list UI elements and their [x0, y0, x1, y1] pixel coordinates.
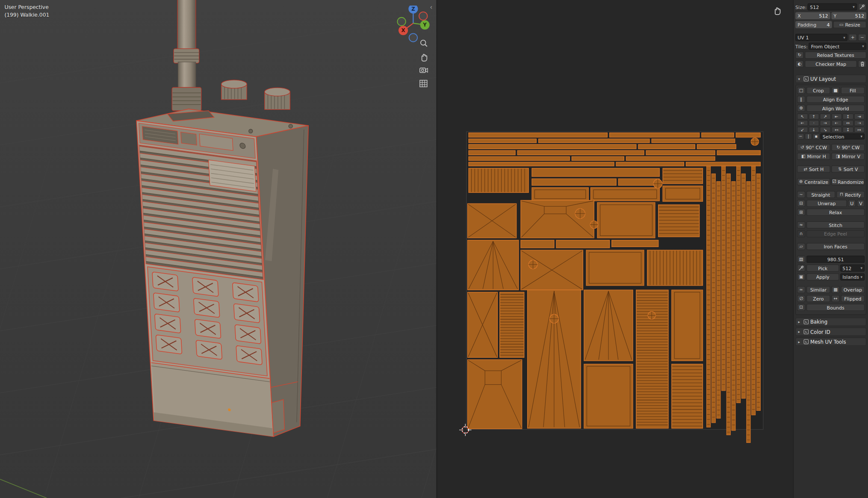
gizmo-x-neg-axis[interactable] — [419, 12, 427, 20]
align-world-button[interactable]: Align World — [806, 105, 865, 112]
iron-faces-icon-button[interactable]: ▱ — [797, 243, 805, 250]
unwrap-u-button[interactable]: U — [848, 200, 856, 207]
straight-icon-button[interactable]: ∼ — [797, 191, 805, 198]
color-id-panel-header[interactable]: ▸ Color ID — [795, 327, 866, 336]
uv-editor[interactable] — [437, 0, 793, 498]
align-grid-button-1-2[interactable]: → — [820, 120, 830, 126]
rotate-ccw-button[interactable]: ↺ 90° CCW — [797, 144, 830, 151]
unwrap-v-button[interactable]: V — [857, 200, 865, 207]
checker-map-button[interactable]: Checker Map — [805, 60, 857, 68]
gizmo-z-neg-axis[interactable] — [409, 33, 417, 41]
uv-layout-panel-header[interactable]: ▾ UV Layout — [795, 75, 866, 83]
size-x-field[interactable]: X 512 — [795, 12, 830, 19]
camera-icon[interactable] — [419, 65, 428, 75]
delete-checker-button[interactable] — [858, 60, 866, 68]
straight-button[interactable]: Straight — [806, 191, 835, 198]
align-grid-button-2-1[interactable]: ↓ — [809, 127, 819, 133]
gizmo-y-neg-axis[interactable] — [397, 18, 405, 26]
align-edge-button[interactable]: Align Edge — [806, 96, 865, 103]
iron-faces-button[interactable]: Iron Faces — [806, 243, 865, 250]
align-grid-button-0-1[interactable]: ↑ — [809, 113, 819, 119]
align-grid-button-2-4[interactable]: ↧ — [842, 127, 853, 133]
grid-ortho-icon[interactable] — [419, 79, 428, 88]
centralize-button[interactable]: ⊕ Centralize — [797, 178, 830, 186]
sort-h-button[interactable]: ⇄ Sort H — [797, 165, 830, 173]
checker-icon-button[interactable]: ◐ — [795, 60, 803, 68]
align-grid-button-1-1[interactable]: · — [809, 120, 819, 126]
crop-icon-button[interactable]: □ — [797, 87, 805, 94]
rectify-button[interactable]: ⊓ Rectify — [836, 191, 865, 198]
unwrap-icon-button[interactable]: ⊟ — [797, 200, 805, 207]
randomize-button[interactable]: ⚂ Randomize — [831, 178, 865, 186]
overlap-icon-button[interactable]: ▩ — [831, 286, 839, 293]
bounds-icon-button[interactable]: ⊡ — [797, 304, 805, 311]
similar-icon-button[interactable]: ≃ — [797, 286, 805, 293]
align-grid-button-2-2[interactable]: ↘ — [820, 127, 830, 133]
texel-icon-button[interactable]: ▤ — [797, 256, 805, 263]
uv-canvas[interactable] — [437, 0, 793, 498]
mirror-h-button[interactable]: ◧ Mirror H — [797, 153, 830, 160]
align-grid-button-2-5[interactable]: ↦ — [854, 127, 865, 133]
relax-icon-button[interactable]: ⊞ — [797, 209, 805, 216]
zero-icon-button[interactable]: ∅ — [797, 295, 805, 302]
align-grid-button-1-4[interactable]: ↔ — [842, 120, 853, 126]
align-grid-button-2-3[interactable]: ↤ — [831, 127, 842, 133]
select-similar-button[interactable]: Similar — [806, 286, 830, 293]
selection-mode-dropdown[interactable]: Selection ▾ — [820, 133, 865, 139]
apply-button[interactable]: Apply — [806, 273, 839, 280]
reload-icon-button[interactable]: ↻ — [795, 51, 803, 59]
stitch-icon-button[interactable]: ≈ — [797, 221, 805, 229]
unwrap-button[interactable]: Unwrap — [806, 200, 847, 207]
resize-button[interactable]: ▭ Resize — [833, 21, 866, 28]
size-eyedropper-button[interactable] — [858, 3, 866, 11]
pick-eyedropper-button[interactable] — [797, 265, 805, 272]
sort-v-button[interactable]: ⇅ Sort V — [831, 165, 865, 173]
reload-textures-button[interactable]: Reload Textures — [805, 51, 866, 59]
select-flipped-button[interactable]: Flipped — [841, 295, 865, 302]
pan-hand-icon[interactable] — [419, 52, 428, 62]
add-uv-map-button[interactable]: + — [849, 34, 857, 41]
align-grid-button-0-2[interactable]: ↗ — [820, 113, 830, 119]
mirror-v-button[interactable]: ◨ Mirror V — [831, 153, 865, 160]
align-grid-button-0-5[interactable]: ⇥ — [854, 113, 865, 119]
align-grid-button-0-0[interactable]: ↖ — [797, 113, 808, 119]
align-grid-button-1-3[interactable]: ⇠ — [831, 120, 842, 126]
sidebar-collapse-icon[interactable]: ‹ — [430, 3, 432, 11]
remove-uv-map-button[interactable]: − — [858, 34, 866, 41]
size-dropdown[interactable]: 512 ▾ — [808, 3, 857, 11]
crop-button[interactable]: Crop — [806, 87, 830, 94]
pick-size-dropdown[interactable]: 512 ▾ — [840, 265, 865, 272]
align-collapse-h-button[interactable]: − — [797, 133, 804, 139]
baking-panel-header[interactable]: ▸ Baking — [795, 318, 866, 326]
select-overlap-button[interactable]: Overlap — [841, 286, 865, 293]
align-grid-button-1-5[interactable]: ⇢ — [854, 120, 865, 126]
align-center-button[interactable]: ▪ — [812, 133, 820, 139]
texel-density-field[interactable]: 980.51 — [806, 256, 865, 263]
walkie-model[interactable] — [136, 0, 308, 436]
rotate-cw-button[interactable]: ↻ 90° CW — [831, 144, 865, 151]
pick-button[interactable]: Pick — [806, 265, 839, 272]
tiles-dropdown[interactable]: From Object ▾ — [809, 43, 866, 50]
zoom-icon[interactable] — [419, 39, 428, 49]
align-edge-icon-button[interactable]: ∥ — [797, 96, 805, 103]
size-y-field[interactable]: Y 512 — [831, 12, 866, 19]
align-grid-button-2-0[interactable]: ↙ — [797, 127, 808, 133]
stitch-button[interactable]: Stitch — [806, 221, 865, 229]
align-grid-button-0-3[interactable]: ⇤ — [831, 113, 842, 119]
fill-icon-button[interactable]: ■ — [831, 87, 839, 94]
viewport-3d[interactable]: User Perspective (199) Walkie.001 Z Y X — [0, 0, 437, 498]
align-grid-button-1-0[interactable]: ← — [797, 120, 808, 126]
align-world-icon-button[interactable]: ⊕ — [797, 105, 805, 112]
fill-button[interactable]: Fill — [841, 87, 865, 94]
padding-field[interactable]: Padding 4 — [795, 21, 832, 28]
edge-peel-icon-button[interactable]: ∩ — [797, 230, 805, 237]
uv-map-dropdown[interactable]: UV 1 ▾ — [795, 34, 847, 41]
apply-icon-button[interactable]: ▣ — [797, 273, 805, 280]
relax-button[interactable]: Relax — [806, 209, 865, 216]
mesh-uv-tools-panel-header[interactable]: ▸ Mesh UV Tools — [795, 338, 866, 346]
select-zero-button[interactable]: Zero — [806, 295, 830, 302]
apply-mode-dropdown[interactable]: Islands ▾ — [840, 273, 865, 280]
pan-hand-icon[interactable] — [772, 6, 782, 15]
flipped-icon-button[interactable]: ↔ — [831, 295, 839, 302]
align-collapse-v-button[interactable]: | — [805, 133, 812, 139]
